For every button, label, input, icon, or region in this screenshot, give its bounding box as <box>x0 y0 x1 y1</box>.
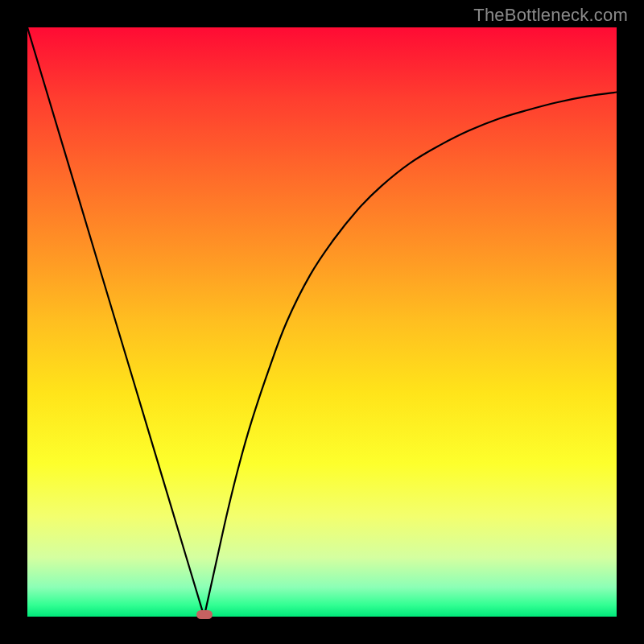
curve-svg <box>27 27 617 617</box>
minimum-marker <box>196 610 213 619</box>
plot-area <box>27 27 617 617</box>
bottleneck-curve <box>27 27 617 617</box>
watermark-text: TheBottleneck.com <box>473 5 628 26</box>
chart-frame: TheBottleneck.com <box>0 0 644 644</box>
